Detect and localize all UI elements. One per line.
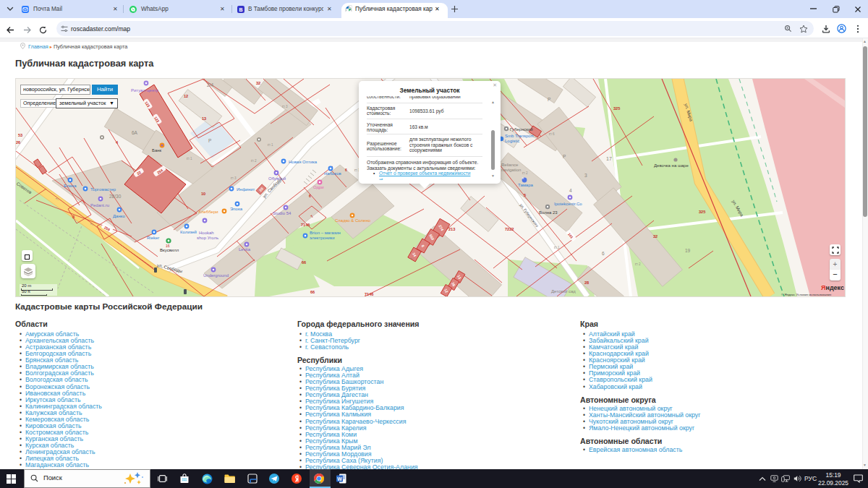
svg-text:Инфинит: Инфинит	[237, 187, 255, 192]
svg-text:7146: 7146	[365, 292, 373, 296]
svg-text:⧠ 3: ⧠ 3	[231, 176, 237, 180]
svg-text:Обувбой: Обувбой	[268, 176, 286, 181]
svg-text:2/4: 2/4	[207, 82, 213, 87]
svg-text:213: 213	[448, 227, 455, 231]
svg-text:Сладко & Солено: Сладко & Солено	[335, 218, 371, 223]
svg-text:28: 28	[584, 281, 589, 285]
svg-text:Ipotekcentr.Co: Ipotekcentr.Co	[554, 202, 582, 206]
svg-text:Волна 23: Волна 23	[539, 210, 558, 215]
svg-text:5: 5	[524, 193, 526, 197]
svg-text:Данко: Данко	[113, 214, 125, 218]
svg-text:электроники: электроники	[310, 236, 335, 240]
svg-text:navigation: navigation	[501, 168, 521, 172]
svg-text:6А: 6А	[132, 130, 138, 135]
svg-text:325: 325	[699, 210, 705, 214]
svg-text:W: W	[337, 476, 342, 481]
svg-text:Logistic: Logistic	[505, 139, 519, 143]
svg-text:⧠ 1: ⧠ 1	[554, 246, 560, 249]
svg-text:26: 26	[16, 140, 20, 145]
svg-text:12: 12	[184, 94, 188, 98]
svg-text:Губернский: Губернский	[510, 127, 533, 132]
svg-text:Девочка на шаре: Девочка на шаре	[654, 163, 689, 168]
svg-text:3: 3	[584, 173, 587, 178]
svg-text:6: 6	[345, 168, 347, 172]
svg-text:Reliance: Reliance	[501, 163, 519, 167]
svg-text:53: 53	[18, 133, 22, 137]
svg-text:Pedant.ru: Pedant.ru	[90, 203, 109, 207]
svg-text:Вкусвилл: Вкусвилл	[160, 248, 179, 252]
svg-text:P: P	[563, 154, 566, 159]
svg-text:Brion – магазин: Brion – магазин	[310, 231, 341, 235]
svg-text:Ритуал-центр: Ритуал-центр	[131, 88, 159, 93]
svg-text:3: 3	[72, 215, 75, 219]
svg-text:10: 10	[201, 192, 205, 196]
svg-text:66: 66	[302, 260, 306, 265]
svg-text:Детский сад: Детский сад	[551, 289, 576, 294]
svg-text:32: 32	[653, 234, 658, 239]
svg-text:7222: 7222	[505, 227, 514, 231]
svg-text:7146: 7146	[301, 223, 310, 227]
svg-text:Новая Оптика: Новая Оптика	[289, 160, 318, 164]
svg-text:19: 19	[685, 248, 691, 253]
svg-text:Одри: Одри	[313, 185, 324, 189]
svg-text:6: 6	[602, 251, 605, 256]
svg-text:Smb Transport: Smb Transport	[505, 134, 534, 138]
svg-text:⧠ 2: ⧠ 2	[635, 262, 641, 266]
svg-text:325: 325	[613, 106, 620, 111]
svg-text:Тамара: Тамара	[518, 183, 534, 187]
svg-text:Rieker: Rieker	[147, 236, 159, 240]
svg-text:P: P	[548, 97, 550, 102]
svg-text:13: 13	[202, 116, 206, 121]
svg-text:17: 17	[606, 156, 612, 161]
svg-text:⧠ 1: ⧠ 1	[268, 143, 273, 147]
svg-text:Елена: Елена	[64, 184, 77, 188]
svg-text:shop Уголь: shop Уголь	[197, 236, 218, 240]
svg-text:6: 6	[309, 194, 311, 198]
svg-text:⧠ 2: ⧠ 2	[522, 171, 528, 175]
svg-text:28/30: 28/30	[109, 194, 122, 199]
svg-text:Торгомастер: Торгомастер	[90, 187, 116, 192]
svg-text:66: 66	[310, 290, 315, 294]
svg-text:32: 32	[256, 81, 260, 85]
svg-text:Studio 54: Studio 54	[273, 211, 292, 215]
svg-text:⧠ 3: ⧠ 3	[282, 105, 288, 108]
svg-text:Банк: Банк	[152, 148, 162, 153]
svg-text:⧠ 2: ⧠ 2	[251, 159, 257, 163]
svg-text:✕: ✕	[522, 176, 524, 180]
svg-text:Hookah: Hookah	[199, 231, 214, 235]
svg-text:P: P	[208, 138, 211, 143]
svg-text:Колизей: Колизей	[180, 230, 197, 234]
svg-text:B: B	[239, 7, 242, 12]
svg-text:Underground: Underground	[203, 273, 229, 278]
svg-text:⧠ 6: ⧠ 6	[549, 132, 555, 136]
svg-text:Хлеббери: Хлеббери	[198, 210, 218, 214]
svg-text:4: 4	[569, 188, 572, 193]
svg-text:Набоков: Набоков	[324, 171, 341, 176]
svg-text:Levita: Levita	[239, 247, 251, 252]
svg-text:⧠ 1: ⧠ 1	[187, 157, 192, 160]
svg-text:Эпока: Эпока	[230, 207, 243, 211]
